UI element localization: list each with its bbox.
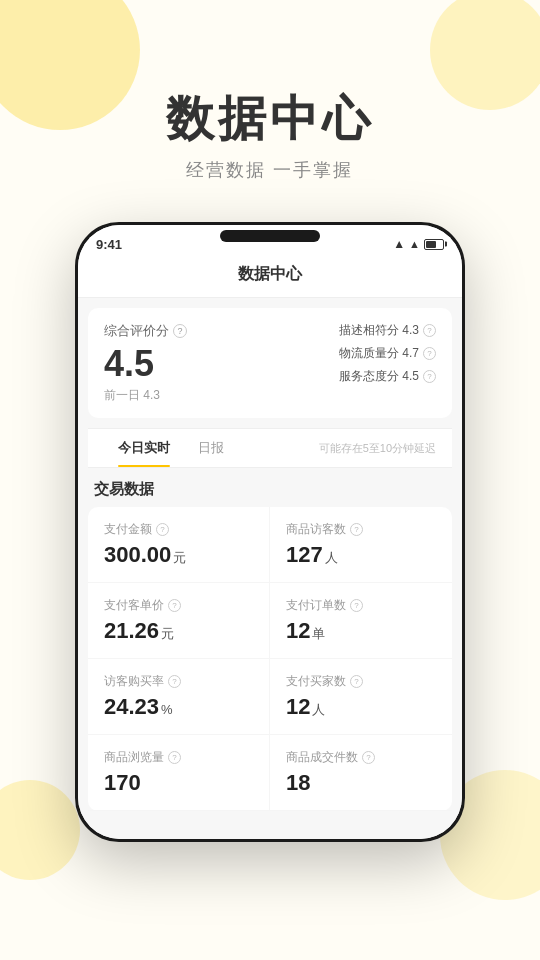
rating-right: 描述相符分 4.3?物流质量分 4.7?服务态度分 4.5? — [339, 322, 436, 385]
data-cell-label: 商品浏览量 ? — [104, 749, 253, 766]
data-cell: 支付订单数 ? 12单 — [270, 583, 452, 659]
data-cell-label: 支付金额 ? — [104, 521, 253, 538]
cell-help-icon[interactable]: ? — [168, 599, 181, 612]
battery-icon — [424, 239, 444, 250]
cell-help-icon[interactable]: ? — [362, 751, 375, 764]
data-cell-value: 21.26元 — [104, 618, 253, 644]
sub-rating-help-icon[interactable]: ? — [423, 347, 436, 360]
signal-icon: ▲ — [393, 237, 405, 251]
hero-subtitle: 经营数据 一手掌握 — [0, 158, 540, 182]
phone-mockup: 9:41 ▲ ▲ 数据中心 — [0, 222, 540, 842]
data-cell: 商品访客数 ? 127人 — [270, 507, 452, 583]
section-title: 交易数据 — [78, 468, 462, 507]
rating-score: 4.5 — [104, 344, 187, 384]
data-cell-value: 12单 — [286, 618, 436, 644]
rating-card: 综合评价分 ? 4.5 前一日 4.3 描述相符分 4.3?物流质量分 4.7?… — [88, 308, 452, 419]
tabs-container: 今日实时日报可能存在5至10分钟延迟 — [88, 428, 452, 468]
cell-help-icon[interactable]: ? — [350, 523, 363, 536]
tab-item-realtime[interactable]: 今日实时 — [104, 429, 184, 467]
data-cell-label: 支付客单价 ? — [104, 597, 253, 614]
status-icons: ▲ ▲ — [393, 237, 444, 251]
rating-left: 综合评价分 ? 4.5 前一日 4.3 — [104, 322, 187, 405]
cell-help-icon[interactable]: ? — [156, 523, 169, 536]
rating-sub-item: 物流质量分 4.7? — [339, 345, 436, 362]
phone-screen: 9:41 ▲ ▲ 数据中心 — [78, 225, 462, 839]
sub-rating-help-icon[interactable]: ? — [423, 370, 436, 383]
phone-body: 9:41 ▲ ▲ 数据中心 — [75, 222, 465, 842]
rating-prev: 前一日 4.3 — [104, 387, 187, 404]
battery-fill — [426, 241, 436, 248]
data-cell-label: 支付买家数 ? — [286, 673, 436, 690]
data-cell-value: 24.23% — [104, 694, 253, 720]
status-time: 9:41 — [96, 237, 122, 252]
data-cell-label: 商品成交件数 ? — [286, 749, 436, 766]
data-cell-label: 支付订单数 ? — [286, 597, 436, 614]
data-cell-label: 商品访客数 ? — [286, 521, 436, 538]
data-cell-label: 访客购买率 ? — [104, 673, 253, 690]
data-cell: 支付客单价 ? 21.26元 — [88, 583, 270, 659]
sub-rating-help-icon[interactable]: ? — [423, 324, 436, 337]
rating-help-icon[interactable]: ? — [173, 324, 187, 338]
cell-help-icon[interactable]: ? — [168, 675, 181, 688]
phone-notch — [220, 230, 320, 242]
data-cell-value: 170 — [104, 770, 253, 796]
tab-delay-notice: 可能存在5至10分钟延迟 — [319, 441, 436, 456]
rating-label: 综合评价分 ? — [104, 322, 187, 340]
cell-help-icon[interactable]: ? — [350, 599, 363, 612]
wifi-icon: ▲ — [409, 238, 420, 250]
rating-sub-item: 描述相符分 4.3? — [339, 322, 436, 339]
data-cell: 支付金额 ? 300.00元 — [88, 507, 270, 583]
hero-title: 数据中心 — [0, 90, 540, 148]
data-cell: 商品浏览量 ? 170 — [88, 735, 270, 811]
data-cell-value: 12人 — [286, 694, 436, 720]
data-cell-value: 127人 — [286, 542, 436, 568]
data-cell-value: 300.00元 — [104, 542, 253, 568]
app-title: 数据中心 — [238, 265, 302, 282]
data-cell: 访客购买率 ? 24.23% — [88, 659, 270, 735]
cell-help-icon[interactable]: ? — [168, 751, 181, 764]
app-header: 数据中心 — [78, 256, 462, 298]
data-cell: 商品成交件数 ? 18 — [270, 735, 452, 811]
cell-help-icon[interactable]: ? — [350, 675, 363, 688]
data-grid: 支付金额 ? 300.00元 商品访客数 ? 127人 支付客单价 ? 21.2… — [88, 507, 452, 811]
tab-item-daily[interactable]: 日报 — [184, 429, 238, 467]
data-cell: 支付买家数 ? 12人 — [270, 659, 452, 735]
rating-sub-item: 服务态度分 4.5? — [339, 368, 436, 385]
hero-section: 数据中心 经营数据 一手掌握 — [0, 0, 540, 212]
app-content[interactable]: 综合评价分 ? 4.5 前一日 4.3 描述相符分 4.3?物流质量分 4.7?… — [78, 298, 462, 839]
data-cell-value: 18 — [286, 770, 436, 796]
